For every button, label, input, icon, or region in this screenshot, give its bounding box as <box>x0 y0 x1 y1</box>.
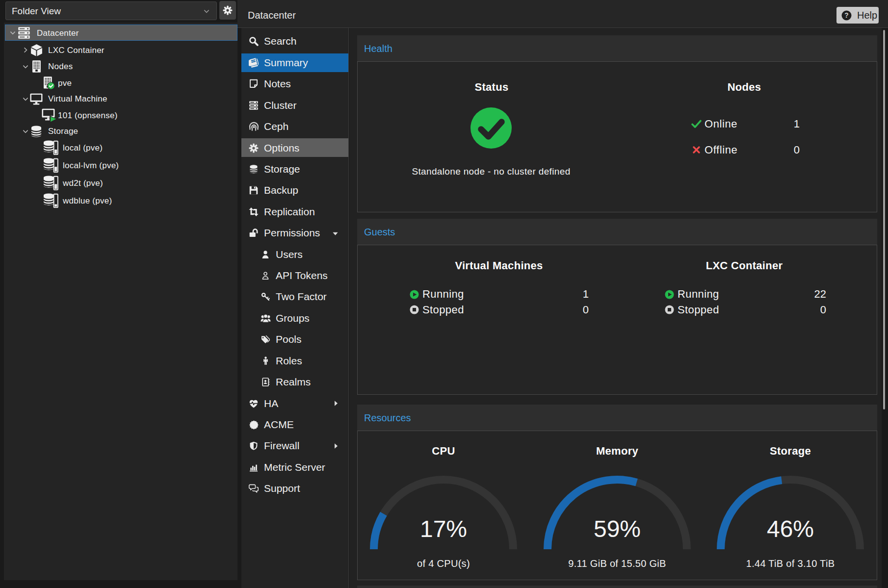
svg-text:?: ? <box>844 12 848 19</box>
